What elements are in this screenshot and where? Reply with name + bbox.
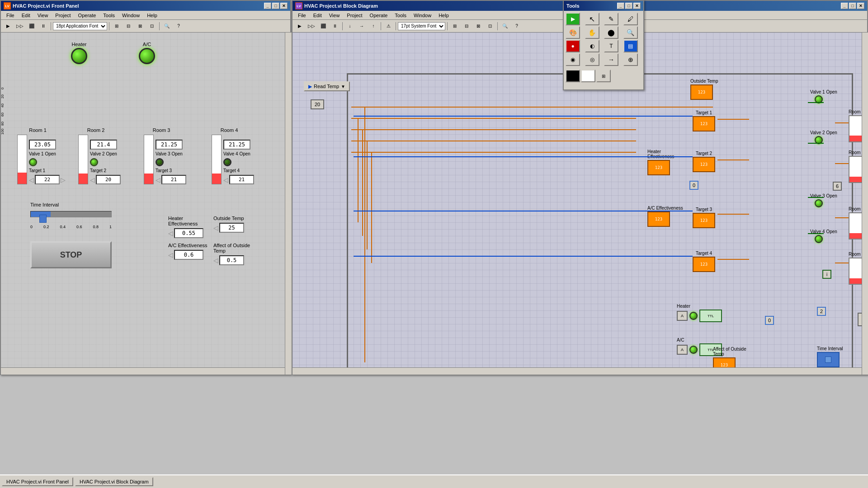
slider-handle[interactable]: [39, 215, 47, 223]
menu-operate[interactable]: Operate: [75, 12, 100, 19]
room1-target-spinner-up[interactable]: ▷: [61, 176, 66, 183]
help-btn[interactable]: ?: [173, 21, 184, 31]
run-btn[interactable]: ▶: [3, 21, 14, 31]
zoom-btn[interactable]: 🔍: [161, 21, 172, 31]
room4-target-spinner-down[interactable]: ◁: [223, 176, 228, 183]
taskbar-frontpanel[interactable]: HVAC Project.vi Front Panel: [2, 477, 73, 486]
bd-menu-window[interactable]: Window: [410, 12, 435, 19]
tool-red2[interactable]: ◉: [566, 53, 580, 66]
bd-run-cont-btn[interactable]: ▷▷: [306, 21, 317, 31]
bd-run-btn[interactable]: ▶: [294, 21, 305, 31]
room1-target-display[interactable]: 22: [35, 175, 60, 184]
bd-abort-btn[interactable]: ⬛: [318, 21, 329, 31]
outside-temp-display[interactable]: 25: [219, 223, 244, 233]
bd-maximize-btn[interactable]: □: [849, 3, 856, 9]
tool-arrow[interactable]: →: [604, 53, 618, 66]
stop-button[interactable]: STOP: [30, 241, 112, 268]
align-btn[interactable]: ⊞: [111, 21, 122, 31]
bd-search-btn[interactable]: 🔍: [500, 21, 510, 31]
bd-vscrollbar[interactable]: [862, 33, 868, 375]
pause-btn[interactable]: ⏸: [38, 21, 49, 31]
tool-forecolor[interactable]: [566, 70, 580, 82]
close-btn[interactable]: ✕: [280, 3, 288, 9]
target4-node-box[interactable]: 123: [693, 257, 715, 272]
bd-hscrollbar[interactable]: [292, 367, 862, 375]
ac-eff-display[interactable]: 0.6: [174, 250, 203, 260]
affect-down[interactable]: ◁: [213, 257, 218, 264]
bd-help2-btn[interactable]: ?: [511, 21, 522, 31]
bd-order-btn[interactable]: ⊡: [485, 21, 495, 31]
order-btn[interactable]: ⊡: [146, 21, 157, 31]
tool-text[interactable]: T: [604, 40, 618, 52]
outside-temp-node-box[interactable]: 123: [690, 84, 713, 100]
tool-zoom[interactable]: ⊞: [596, 70, 611, 82]
ac-eff-down[interactable]: ◁: [168, 251, 173, 258]
menu-tools[interactable]: Tools: [99, 12, 118, 19]
tool-color[interactable]: 🎨: [566, 26, 580, 39]
room4-target-display[interactable]: 21: [229, 175, 254, 184]
tool-wire[interactable]: 🖊: [623, 13, 638, 25]
bd-step-into[interactable]: ↓: [344, 21, 355, 31]
bd-pause-btn[interactable]: ⏸: [330, 21, 340, 31]
tool-breakpoint[interactable]: ⬤: [604, 26, 618, 39]
bd-align-btn[interactable]: ⊞: [449, 21, 460, 31]
bd-step-out[interactable]: ↑: [368, 21, 379, 31]
read-temp-button[interactable]: ▶ Read Temp ▼: [304, 81, 350, 91]
font-select[interactable]: 18pt Application Font: [53, 22, 107, 30]
dist-btn[interactable]: ⊟: [123, 21, 134, 31]
menu-help[interactable]: Help: [143, 12, 161, 19]
tools-minimize-btn[interactable]: _: [617, 3, 624, 9]
taskbar-blockdiagram[interactable]: HVAC Project.vi Block Diagram: [75, 477, 153, 486]
read-temp-dropdown-icon[interactable]: ▼: [341, 84, 345, 89]
ac-led[interactable]: [139, 48, 155, 64]
tools-maximize-btn[interactable]: □: [625, 3, 632, 9]
bd-menu-project[interactable]: Project: [343, 12, 366, 19]
resize-btn[interactable]: ⊠: [135, 21, 146, 31]
room3-target-spinner-down[interactable]: ◁: [156, 176, 160, 183]
bd-close-btn[interactable]: ✕: [857, 3, 864, 9]
hscrollbar[interactable]: [1, 367, 285, 375]
tool-red1[interactable]: ●: [566, 40, 580, 52]
bd-step-over[interactable]: →: [356, 21, 367, 31]
menu-file[interactable]: File: [3, 12, 18, 19]
time-interval-bd-box[interactable]: [817, 352, 840, 367]
heater-bd-switch[interactable]: A: [677, 311, 688, 321]
heater-eff-down[interactable]: ◁: [168, 230, 173, 237]
bd-menu-operate[interactable]: Operate: [366, 12, 392, 19]
room2-target-display[interactable]: 20: [96, 175, 121, 184]
menu-view[interactable]: View: [34, 12, 52, 19]
heater-eff-node-box[interactable]: 123: [647, 160, 670, 175]
bd-menu-tools[interactable]: Tools: [391, 12, 410, 19]
tool-pointer[interactable]: ↖: [585, 13, 599, 25]
target2-node-box[interactable]: 123: [693, 157, 715, 172]
menu-window[interactable]: Window: [118, 12, 143, 19]
bd-font-select[interactable]: 17pt System Font: [398, 22, 445, 30]
bd-menu-help[interactable]: Help: [435, 12, 453, 19]
room1-target-spinner-down[interactable]: ◁: [29, 176, 34, 183]
tool-backcolor[interactable]: [581, 70, 595, 82]
heater-led[interactable]: [71, 48, 87, 64]
affect-display[interactable]: 0.5: [219, 255, 244, 265]
tool-edit[interactable]: ✎: [604, 13, 618, 25]
heater-eff-display[interactable]: 0.55: [174, 228, 203, 238]
tool-blue[interactable]: ▤: [623, 40, 638, 52]
target3-node-box[interactable]: 123: [693, 213, 715, 228]
tool-connect[interactable]: ⊕: [623, 53, 638, 66]
vscrollbar[interactable]: [285, 33, 292, 375]
tool-probe[interactable]: 🔍: [623, 26, 638, 39]
ac-eff-node-box[interactable]: 123: [647, 211, 670, 227]
bd-minimize-btn[interactable]: _: [841, 3, 848, 9]
run-cont-btn[interactable]: ▷▷: [14, 21, 25, 31]
room3-target-display[interactable]: 21: [161, 175, 186, 184]
tool-scroll[interactable]: ✋: [585, 26, 599, 39]
maximize-btn[interactable]: □: [272, 3, 279, 9]
tool-color-picker[interactable]: ◐: [585, 40, 599, 52]
bd-dist-btn[interactable]: ⊟: [461, 21, 472, 31]
menu-project[interactable]: Project: [52, 12, 74, 19]
bd-warn-btn[interactable]: ⚠: [383, 21, 394, 31]
bd-resize-btn[interactable]: ⊠: [473, 21, 484, 31]
tool-run[interactable]: ▶: [566, 13, 580, 25]
bd-menu-view[interactable]: View: [326, 12, 344, 19]
bd-menu-file[interactable]: File: [294, 12, 310, 19]
abort-btn[interactable]: ⬛: [26, 21, 37, 31]
